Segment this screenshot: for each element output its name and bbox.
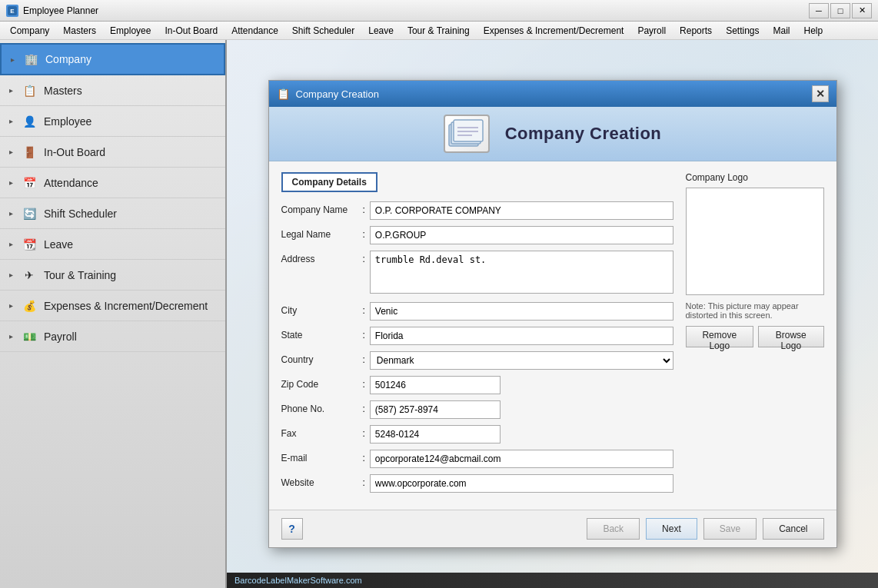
fax-row: Fax : — [281, 425, 673, 443]
dialog-title-text: Company Creation — [296, 88, 379, 100]
city-input[interactable] — [370, 302, 673, 321]
menu-item-expenses---increment-decrement[interactable]: Expenses & Increment/Decrement — [477, 23, 631, 38]
city-control — [370, 302, 673, 321]
sidebar-item-tour[interactable]: ▸✈Tour & Training — [0, 260, 225, 291]
menu-item-company[interactable]: Company — [3, 23, 56, 38]
sidebar-label-inout: In-Out Board — [44, 146, 105, 158]
email-input[interactable] — [370, 450, 673, 468]
sidebar-icon-tour: ✈ — [21, 267, 38, 284]
sidebar-item-company[interactable]: ▸🏢Company — [0, 43, 225, 75]
menu-item-help[interactable]: Help — [797, 23, 830, 38]
zipcode-row: Zip Code : — [281, 376, 673, 394]
dialog-body: Company Details Company Name : Legal Nam… — [269, 161, 836, 510]
expand-icon-attendance: ▸ — [9, 178, 13, 187]
logo-label: Company Logo — [686, 172, 824, 183]
dialog-footer: ? Back Next Save Cancel — [269, 510, 836, 547]
website-input[interactable] — [370, 474, 673, 493]
menu-item-masters[interactable]: Masters — [56, 23, 103, 38]
country-select[interactable]: Denmark USA UK India Canada — [370, 351, 673, 370]
browse-logo-button[interactable]: Browse Logo — [758, 326, 824, 347]
website-colon: : — [363, 474, 365, 488]
expand-icon-tour: ▸ — [9, 271, 13, 279]
menu-bar: CompanyMastersEmployeeIn-Out BoardAttend… — [0, 22, 878, 40]
dialog-title-icon: 📋 — [277, 88, 290, 100]
close-button[interactable]: ✕ — [852, 3, 872, 18]
sidebar-label-employee: Employee — [44, 115, 91, 128]
sidebar-icon-expenses: 💰 — [21, 297, 38, 314]
zipcode-colon: : — [363, 376, 365, 390]
menu-item-attendance[interactable]: Attendance — [224, 23, 285, 38]
country-colon: : — [363, 351, 365, 365]
form-section: Company Details Company Name : Legal Nam… — [281, 172, 673, 499]
expand-icon-payroll: ▸ — [9, 332, 13, 341]
sidebar-item-payroll[interactable]: ▸💵Payroll — [0, 321, 225, 352]
app-title: Employee Planner — [23, 5, 98, 16]
dialog-close-button[interactable]: ✕ — [812, 85, 829, 102]
sidebar-label-payroll: Payroll — [44, 331, 77, 343]
zipcode-input[interactable] — [370, 376, 501, 394]
menu-item-reports[interactable]: Reports — [673, 23, 719, 38]
menu-item-leave[interactable]: Leave — [361, 23, 401, 38]
title-controls: ─ □ ✕ — [809, 3, 872, 18]
dialog-header-title: Company Creation — [505, 124, 662, 144]
back-button[interactable]: Back — [587, 518, 640, 540]
sidebar-item-shift[interactable]: ▸🔄Shift Scheduler — [0, 198, 225, 229]
state-colon: : — [363, 327, 365, 341]
app-icon: E — [6, 5, 18, 17]
expand-icon-employee: ▸ — [9, 117, 13, 125]
svg-text:E: E — [10, 8, 15, 15]
help-button[interactable]: ? — [281, 518, 303, 540]
email-colon: : — [363, 450, 365, 463]
dialog-title-bar: 📋 Company Creation ✕ — [269, 81, 836, 107]
sidebar-label-company: Company — [45, 53, 91, 65]
fax-colon: : — [363, 425, 365, 439]
menu-item-settings[interactable]: Settings — [719, 23, 766, 38]
remove-logo-button[interactable]: Remove Logo — [686, 326, 753, 347]
sidebar-item-employee[interactable]: ▸👤Employee — [0, 106, 225, 137]
dialog-header-icon — [444, 115, 490, 153]
minimize-button[interactable]: ─ — [809, 3, 829, 18]
phone-input[interactable] — [370, 400, 501, 419]
title-bar-left: E Employee Planner — [6, 5, 98, 17]
sidebar: ▸🏢Company▸📋Masters▸👤Employee▸🚪In-Out Boa… — [0, 40, 227, 588]
country-control: Denmark USA UK India Canada — [370, 351, 673, 370]
sidebar-item-inout[interactable]: ▸🚪In-Out Board — [0, 137, 225, 168]
bottom-bar: BarcodeLabelMakerSoftware.com — [227, 573, 878, 588]
sidebar-item-masters[interactable]: ▸📋Masters — [0, 75, 225, 106]
legal-name-label: Legal Name — [281, 226, 358, 240]
menu-item-payroll[interactable]: Payroll — [630, 23, 673, 38]
state-input[interactable] — [370, 327, 673, 345]
content-area: 📋 Company Creation ✕ — [227, 40, 878, 588]
legal-name-control — [370, 226, 673, 244]
menu-item-shift-scheduler[interactable]: Shift Scheduler — [285, 23, 361, 38]
phone-colon: : — [363, 400, 365, 414]
legal-name-input[interactable] — [370, 226, 673, 244]
address-textarea[interactable]: trumble Rd.deval st. — [370, 251, 673, 294]
logo-box — [686, 188, 824, 295]
menu-item-employee[interactable]: Employee — [103, 23, 158, 38]
address-label: Address — [281, 251, 358, 264]
address-colon: : — [363, 251, 365, 264]
next-button[interactable]: Next — [646, 518, 697, 540]
cancel-button[interactable]: Cancel — [763, 518, 823, 540]
sidebar-label-attendance: Attendance — [44, 177, 98, 189]
expand-icon-inout: ▸ — [9, 148, 13, 156]
expand-icon-company: ▸ — [11, 55, 15, 64]
menu-item-in-out-board[interactable]: In-Out Board — [158, 23, 224, 38]
logo-section: Company Logo Note: This picture may appe… — [686, 172, 824, 499]
save-button[interactable]: Save — [703, 518, 757, 540]
menu-item-mail[interactable]: Mail — [766, 23, 797, 38]
company-name-row: Company Name : — [281, 201, 673, 220]
expand-icon-shift: ▸ — [9, 209, 13, 218]
sidebar-item-expenses[interactable]: ▸💰Expenses & Increment/Decrement — [0, 291, 225, 321]
sidebar-item-leave[interactable]: ▸📆Leave — [0, 229, 225, 260]
company-name-input[interactable] — [370, 201, 673, 220]
sidebar-item-attendance[interactable]: ▸📅Attendance — [0, 168, 225, 198]
restore-button[interactable]: □ — [830, 3, 850, 18]
menu-item-tour---training[interactable]: Tour & Training — [401, 23, 477, 38]
fax-control — [370, 425, 673, 443]
fax-input[interactable] — [370, 425, 501, 443]
city-row: City : — [281, 302, 673, 321]
phone-row: Phone No. : — [281, 400, 673, 419]
phone-label: Phone No. — [281, 400, 358, 414]
